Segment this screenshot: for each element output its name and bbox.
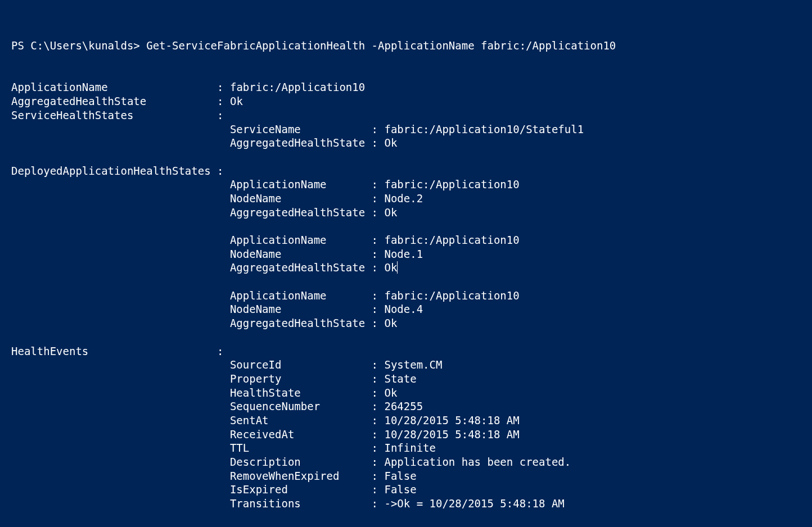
output-value: Ok bbox=[384, 261, 397, 274]
output-line: ApplicationName : bbox=[11, 81, 230, 93]
output-value: Node.1 bbox=[384, 248, 423, 260]
output-line: ApplicationName : bbox=[11, 234, 384, 246]
output-line: DeployedApplicationHealthStates : bbox=[11, 165, 230, 177]
output-line bbox=[11, 331, 230, 343]
output-value: Node.2 bbox=[384, 192, 423, 205]
output-line bbox=[11, 151, 230, 163]
output-line: AggregatedHealthState : bbox=[11, 95, 230, 107]
output-line: HealthState : bbox=[11, 387, 384, 399]
output-value: Node.4 bbox=[384, 303, 423, 315]
output-line: AggregatedHealthState : bbox=[11, 206, 384, 219]
output-value: fabric:/Application10 bbox=[384, 289, 519, 302]
output-line: AggregatedHealthState : bbox=[11, 317, 384, 329]
output-line: NodeName : bbox=[11, 248, 384, 260]
output-value: 10/28/2015 5:48:18 AM bbox=[384, 428, 519, 440]
output-value: fabric:/Application10 bbox=[230, 81, 365, 93]
output-value: Ok bbox=[384, 206, 397, 219]
terminal-output: PS C:\Users\kunalds> Get-ServiceFabricAp… bbox=[11, 39, 801, 510]
output-line: ServiceName : bbox=[11, 123, 384, 135]
output-line bbox=[11, 220, 230, 232]
output-line: SentAt : bbox=[11, 414, 384, 426]
output-value: System.CM bbox=[384, 358, 442, 371]
output-line: NodeName : bbox=[11, 303, 384, 315]
output-line: ServiceHealthStates : bbox=[11, 109, 230, 121]
output-line: AggregatedHealthState : bbox=[11, 137, 384, 149]
output-line: HealthEvents : bbox=[11, 345, 230, 357]
output-line: RemoveWhenExpired : bbox=[11, 470, 384, 482]
output-value: ->Ok = 10/28/2015 5:48:18 AM bbox=[384, 497, 564, 510]
output-value: fabric:/Application10/Stateful1 bbox=[384, 123, 584, 135]
output-value: 10/28/2015 5:48:18 AM bbox=[384, 414, 519, 426]
output-line: AggregatedHealthState : bbox=[11, 261, 384, 274]
output-line: SequenceNumber : bbox=[11, 400, 384, 412]
output-line bbox=[11, 275, 230, 288]
output-value: Application has been created. bbox=[384, 456, 571, 468]
output-line: NodeName : bbox=[11, 192, 384, 205]
output-line: IsExpired : bbox=[11, 483, 384, 496]
output-value: False bbox=[384, 470, 416, 482]
output-value: State bbox=[384, 372, 416, 385]
ps-prompt: PS C:\Users\kunalds> bbox=[11, 39, 146, 52]
output-line: Description : bbox=[11, 456, 384, 468]
output-line: ApplicationName : bbox=[11, 178, 384, 190]
output-line: ReceivedAt : bbox=[11, 428, 384, 440]
output-value: fabric:/Application10 bbox=[384, 234, 519, 246]
output-value: False bbox=[384, 483, 416, 496]
output-value: Ok bbox=[384, 317, 397, 329]
output-value: 264255 bbox=[384, 400, 423, 412]
text-cursor bbox=[397, 261, 398, 274]
output-value: Ok bbox=[230, 95, 243, 107]
output-line: ApplicationName : bbox=[11, 289, 384, 302]
output-line: Property : bbox=[11, 372, 384, 385]
command-text: Get-ServiceFabricApplicationHealth -Appl… bbox=[146, 39, 616, 52]
output-line: SourceId : bbox=[11, 358, 384, 371]
output-value: Ok bbox=[384, 137, 397, 149]
output-value: fabric:/Application10 bbox=[384, 178, 519, 190]
output-value: Ok bbox=[384, 387, 397, 399]
output-line: TTL : bbox=[11, 442, 384, 454]
output-line: Transitions : bbox=[11, 497, 384, 510]
output-value: Infinite bbox=[384, 442, 436, 454]
